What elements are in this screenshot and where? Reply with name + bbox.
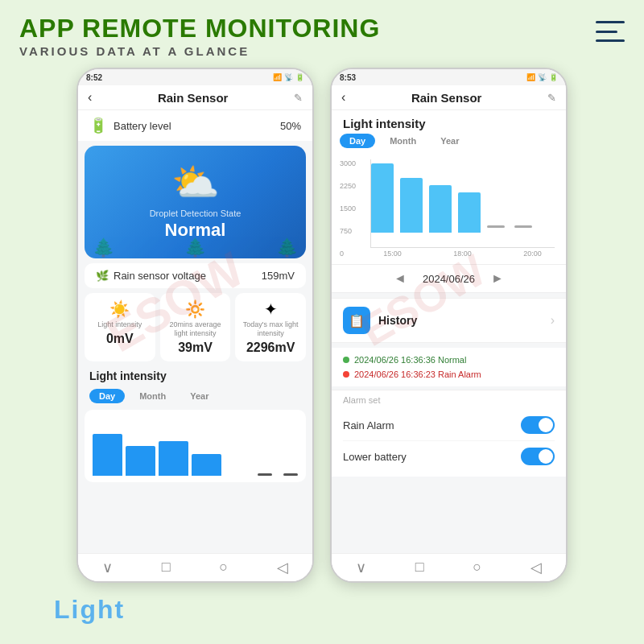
chart-y-labels: 3000 2250 1500 750 0	[340, 159, 356, 258]
hamburger-line-1	[596, 21, 625, 23]
y-label-3000: 3000	[340, 159, 356, 167]
date-nav: ◄ 2024/06/26 ►	[332, 264, 566, 293]
left-nav-menu-icon[interactable]: ◁	[277, 559, 288, 576]
tree-icon-2: 🌲	[184, 237, 206, 258]
right-battery-icon: 🔋	[549, 73, 558, 81]
left-status-bar: 8:52 📶 📡 🔋	[78, 69, 312, 85]
date-display: 2024/06/26	[423, 273, 475, 285]
tab-day-right[interactable]: Day	[340, 134, 375, 148]
left-edit-button[interactable]: ✎	[294, 92, 303, 104]
left-chart-line-2	[283, 473, 298, 476]
right-edit-button[interactable]: ✎	[547, 92, 556, 104]
tab-year-left[interactable]: Year	[180, 389, 218, 403]
tab-year-right[interactable]: Year	[431, 134, 469, 148]
chart-area	[370, 159, 555, 248]
left-nav-title: Rain Sensor	[158, 91, 229, 105]
x-label-1800: 18:00	[453, 250, 472, 258]
header-titles: APP REMOTE MONITORING VARIOUS DATA AT A …	[19, 14, 380, 58]
alarm-label-1: Lower battery	[343, 451, 407, 463]
stat-label-1: 20mins average light intensity	[165, 320, 226, 338]
rain-alarm-toggle[interactable]	[521, 416, 555, 434]
stat-icon-2: ✦	[240, 299, 301, 319]
chart-wrapper: 3000 2250 1500 750 0	[370, 159, 555, 258]
stat-card-2: ✦ Today's max light intensity 2296mV	[235, 293, 306, 361]
light-intensity-title-right: Light intensity	[332, 110, 566, 132]
left-bottom-nav: ∨ □ ○ ◁	[78, 553, 312, 581]
left-status-time: 8:52	[86, 73, 102, 82]
right-nav-circle-icon[interactable]: ○	[473, 559, 481, 576]
alarm-set-label: Alarm set	[343, 395, 555, 405]
right-phone: ESOW 8:53 📶 📡 🔋 ‹ Rain Sensor ✎ Light in…	[330, 68, 568, 583]
date-prev-button[interactable]: ◄	[394, 271, 407, 286]
alarm-label-0: Rain Alarm	[343, 419, 394, 431]
history-card[interactable]: 📋 History ›	[332, 298, 566, 343]
rain-sensor-value: 159mV	[262, 270, 295, 282]
right-bar-1	[371, 163, 394, 233]
x-label-2000: 20:00	[523, 250, 542, 258]
card-deco: 🌲 🌲 🌲	[85, 229, 306, 258]
right-nav-menu-icon[interactable]: ◁	[530, 559, 542, 576]
right-chart-section: 3000 2250 1500 750 0	[332, 153, 566, 264]
right-nav-home-icon[interactable]: □	[415, 559, 424, 576]
left-nav-back-icon[interactable]: ∨	[102, 559, 113, 576]
right-nav-back-icon[interactable]: ∨	[356, 559, 366, 576]
app-subtitle: VARIOUS DATA AT A GLANCE	[19, 44, 380, 58]
left-signal-icon: 📡	[284, 73, 293, 81]
right-phone-content: Light intensity Day Month Year 3000 2250…	[332, 110, 566, 553]
light-label: Light	[54, 595, 125, 625]
y-label-0: 0	[340, 250, 356, 258]
right-tab-bar: Day Month Year	[332, 132, 566, 153]
log-entries: 2024/06/26 16:36:36 Normal 2024/06/26 16…	[332, 348, 566, 386]
stat-label-0: Light intensity	[89, 320, 151, 329]
stat-label-2: Today's max light intensity	[240, 320, 301, 338]
left-bar-3	[159, 441, 188, 476]
stat-value-2: 2296mV	[240, 341, 301, 355]
left-bar-1	[93, 434, 122, 476]
left-wifi-icon: 📶	[273, 73, 282, 81]
log-entry-0: 2024/06/26 16:36:36 Normal	[343, 353, 555, 367]
left-nav-home-icon[interactable]: □	[162, 559, 171, 576]
tree-icon-3: 🌲	[276, 237, 298, 258]
right-back-button[interactable]: ‹	[341, 90, 345, 105]
left-battery-status-icon: 🔋	[295, 73, 304, 81]
left-mini-chart	[85, 410, 306, 482]
right-status-bar: 8:53 📶 📡 🔋	[332, 69, 566, 85]
history-left: 📋 History	[343, 307, 417, 334]
log-entry-1: 2024/06/26 16:36:23 Rain Alarm	[343, 367, 555, 382]
alarm-section: Alarm set Rain Alarm Lower battery	[332, 390, 566, 477]
stat-card-0: ☀️ Light intensity 0mV	[85, 293, 155, 361]
left-nav-circle-icon[interactable]: ○	[219, 559, 228, 576]
y-label-2250: 2250	[340, 182, 356, 190]
header: APP REMOTE MONITORING VARIOUS DATA AT A …	[0, 0, 644, 64]
right-nav-title: Rain Sensor	[411, 91, 482, 105]
stat-value-0: 0mV	[89, 332, 151, 346]
alarm-row-0: Rain Alarm	[343, 410, 555, 441]
rain-sensor-label: Rain sensor voltage	[114, 270, 206, 282]
tab-month-right[interactable]: Month	[380, 134, 426, 148]
right-bottom-nav: ∨ □ ○ ◁	[332, 553, 566, 581]
stat-icon-1: 🔆	[165, 299, 226, 319]
hamburger-menu-icon[interactable]	[596, 21, 625, 42]
sensor-left: 🌿 Rain sensor voltage	[96, 270, 206, 282]
tab-day-left[interactable]: Day	[89, 389, 125, 403]
chart-x-labels: 15:00 18:00 20:00	[370, 248, 555, 258]
log-dot-red	[343, 371, 349, 378]
right-wifi-icon: 📶	[526, 73, 535, 81]
right-bar-2	[400, 178, 423, 233]
app-title: APP REMOTE MONITORING	[19, 14, 380, 43]
left-back-button[interactable]: ‹	[88, 90, 92, 105]
rain-icon: 🌿	[96, 270, 109, 282]
history-arrow-icon: ›	[551, 313, 555, 328]
tab-month-left[interactable]: Month	[130, 389, 175, 403]
light-intensity-title-left: Light intensity	[78, 366, 312, 386]
stat-value-1: 39mV	[165, 341, 226, 355]
x-label-1500: 15:00	[383, 250, 402, 258]
lower-battery-toggle[interactable]	[521, 448, 555, 465]
chart-line-marks	[487, 225, 555, 229]
hamburger-line-3	[596, 39, 625, 42]
date-next-button[interactable]: ►	[491, 271, 504, 286]
battery-label: Battery level	[114, 120, 171, 132]
left-bar-4	[192, 454, 221, 476]
right-bar-4	[458, 192, 481, 233]
blue-card: ⛅ Droplet Detection State Normal 🌲 🌲 🌲	[85, 146, 306, 258]
